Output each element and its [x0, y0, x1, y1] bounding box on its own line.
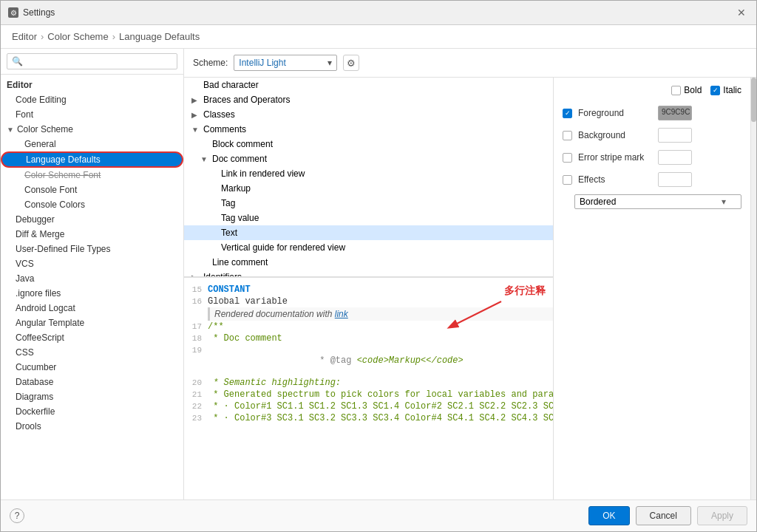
properties-panel: Bold ✓ Italic ✓ Foreground [554, 78, 750, 499]
sidebar-item-drools[interactable]: Drools [1, 419, 183, 434]
sidebar-item-general[interactable]: General [1, 137, 183, 151]
code-line-20: 20 * Semantic highlighting: [184, 377, 553, 389]
line-content: Rendered documentation with link [208, 307, 553, 321]
effects-dropdown-arrow-icon: ▾ [722, 197, 726, 207]
sidebar-item-vcs[interactable]: VCS [1, 256, 183, 271]
apply-button[interactable]: Apply [697, 506, 747, 525]
background-checkbox[interactable] [563, 131, 572, 140]
gear-button[interactable]: ⚙ [343, 55, 359, 71]
tree-link-rendered[interactable]: Link in rendered view [184, 166, 553, 181]
effects-row: Effects [563, 172, 741, 187]
tree-identifiers[interactable]: ▶ Identifiers [184, 270, 553, 277]
line-number: 16 [184, 297, 208, 306]
effects-checkbox[interactable] [563, 175, 572, 185]
sidebar-item-java[interactable]: Java [1, 271, 183, 286]
close-button[interactable]: ✕ [734, 5, 749, 20]
tree-line-comment[interactable]: Line comment [184, 255, 553, 270]
sidebar-item-coffeescript[interactable]: CoffeeScript [1, 330, 183, 345]
bold-item: Bold [671, 85, 702, 95]
sidebar-item-console-font[interactable]: Console Font [1, 183, 183, 197]
tree-text[interactable]: Text [184, 225, 553, 240]
tree-markup[interactable]: Markup [184, 181, 553, 196]
line-content: Global variable [208, 296, 553, 307]
scheme-bar: Scheme: IntelliJ Light ▾ ⚙ [184, 49, 756, 78]
line-content: * Semantic highlighting: [208, 377, 553, 389]
sidebar-item-angular-template[interactable]: Angular Template [1, 316, 183, 330]
scheme-value: IntelliJ Light [239, 58, 285, 68]
vertical-scrollbar[interactable] [750, 78, 756, 499]
sidebar-item-dockerfile[interactable]: Dockerfile [1, 404, 183, 419]
sidebar-item-font[interactable]: Font [1, 107, 183, 122]
effects-dropdown[interactable]: Bordered ▾ [574, 194, 741, 209]
tree-label: Doc comment [212, 154, 267, 164]
tree-vertical-guide[interactable]: Vertical guide for rendered view [184, 240, 553, 255]
action-buttons: OK Cancel Apply [588, 506, 747, 525]
search-input[interactable] [7, 53, 177, 69]
sidebar-item-debugger[interactable]: Debugger [1, 212, 183, 227]
tree-bad-character[interactable]: Bad character [184, 78, 553, 92]
effects-dropdown-row: Bordered ▾ [574, 194, 741, 209]
tree-label: Comments [203, 124, 246, 134]
line-number: 22 [184, 402, 208, 411]
breadcrumb-editor: Editor [12, 31, 37, 42]
expand-placeholder9-icon [200, 259, 209, 267]
help-button[interactable]: ? [10, 508, 24, 523]
sidebar-item-diagrams[interactable]: Diagrams [1, 389, 183, 404]
italic-checkbox[interactable]: ✓ [710, 86, 720, 95]
expand-classes-icon: ▶ [191, 111, 200, 119]
tree-block-comment[interactable]: Block comment [184, 137, 553, 151]
background-label: Background [578, 130, 652, 140]
dialog-title: Settings [23, 7, 55, 18]
sidebar-item-diff-merge[interactable]: Diff & Merge [1, 227, 183, 242]
bold-checkbox[interactable] [671, 86, 681, 95]
scheme-dropdown[interactable]: IntelliJ Light ▾ [234, 55, 337, 71]
tree-comments[interactable]: ▼ Comments [184, 122, 553, 137]
tree-panel: Bad character ▶ Braces and Operators ▶ C… [184, 78, 554, 277]
tree-label: Block comment [212, 139, 273, 149]
sidebar-tree: Editor Code Editing Font ▼ Color Scheme … [1, 75, 183, 499]
effects-color-swatch[interactable] [658, 172, 692, 187]
error-stripe-checkbox[interactable] [563, 153, 572, 163]
line-number: 20 [184, 378, 208, 387]
tree-classes[interactable]: ▶ Classes [184, 107, 553, 122]
tree-label: Bad character [203, 80, 259, 90]
ok-button[interactable]: OK [588, 506, 629, 525]
sidebar-item-user-defined[interactable]: User-Defined File Types [1, 242, 183, 256]
sidebar-item-color-scheme[interactable]: ▼ Color Scheme [1, 122, 183, 137]
doc-link: link [335, 309, 348, 319]
sidebar-item-console-colors[interactable]: Console Colors [1, 197, 183, 212]
tree-doc-comment[interactable]: ▼ Doc comment [184, 151, 553, 166]
at-tag: @tag [330, 355, 352, 366]
code-preview-container: 15 CONSTANT 16 Global variable [184, 277, 553, 499]
bold-label: Bold [684, 85, 702, 95]
line-content: CONSTANT [208, 284, 553, 296]
line-number: 15 [184, 285, 208, 294]
sidebar-item-code-editing[interactable]: Code Editing [1, 92, 183, 107]
code-line-18: 18 * Doc comment [184, 332, 553, 344]
foreground-label: Foreground [578, 108, 652, 118]
sidebar-item-ignore-files[interactable]: .ignore files [1, 286, 183, 301]
sidebar-item-color-scheme-font[interactable]: Color Scheme Font [1, 168, 183, 183]
foreground-color-swatch[interactable]: 9C9C9C [658, 106, 692, 120]
sidebar-item-language-defaults[interactable]: Language Defaults [1, 151, 183, 168]
tree-tag[interactable]: Tag [184, 196, 553, 211]
sidebar-item-cucumber[interactable]: Cucumber [1, 360, 183, 375]
error-stripe-color-swatch[interactable] [658, 150, 692, 165]
line-number: 21 [184, 390, 208, 399]
split-view: Bad character ▶ Braces and Operators ▶ C… [184, 78, 756, 499]
cancel-button[interactable]: Cancel [636, 506, 691, 525]
tree-braces-operators[interactable]: ▶ Braces and Operators [184, 92, 553, 107]
code-space [351, 355, 356, 366]
sidebar-item-css[interactable]: CSS [1, 345, 183, 360]
background-color-swatch[interactable] [658, 128, 692, 143]
sidebar-item-database[interactable]: Database [1, 375, 183, 389]
scrollbar-thumb[interactable] [751, 78, 756, 122]
color-scheme-label: Color Scheme [17, 124, 73, 134]
tree-tag-value[interactable]: Tag value [184, 211, 553, 225]
tree-label: Identifiers [203, 272, 242, 277]
foreground-checkbox[interactable]: ✓ [563, 109, 572, 118]
expand-comments-icon: ▼ [191, 126, 200, 134]
foreground-color-value: 9C9C9C [659, 106, 691, 117]
breadcrumb-language-defaults: Language Defaults [119, 31, 200, 42]
sidebar-item-android-logcat[interactable]: Android Logcat [1, 301, 183, 316]
